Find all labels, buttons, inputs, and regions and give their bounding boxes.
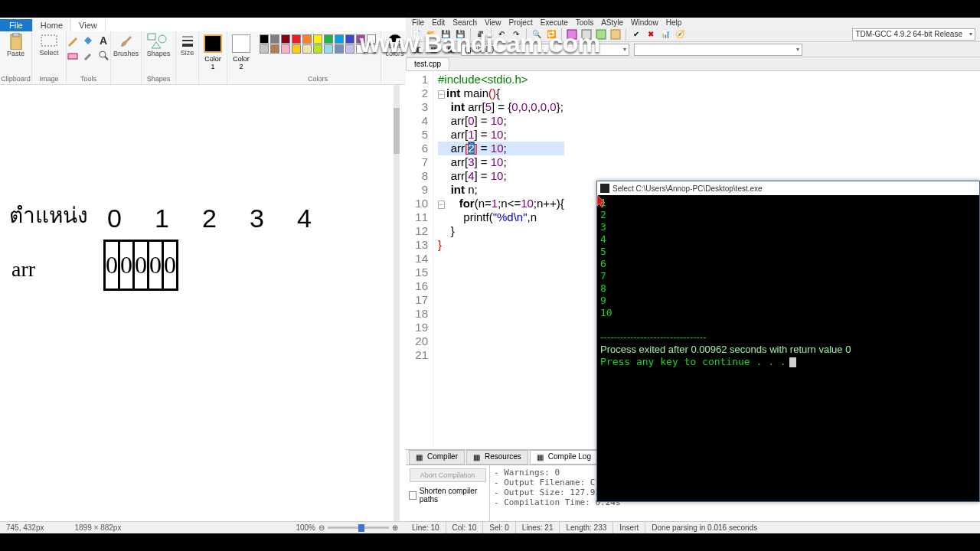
function-select[interactable] <box>634 44 802 56</box>
goto-icon[interactable]: 🧭 <box>674 28 686 41</box>
abort-button[interactable]: Abort Compilation <box>410 468 486 482</box>
paste-button[interactable]: Paste <box>4 33 28 57</box>
tab-file[interactable]: File <box>0 19 33 31</box>
profile-icon[interactable]: 📊 <box>659 28 671 41</box>
color-swatch[interactable] <box>260 44 269 54</box>
brushes-button[interactable]: Brushes <box>114 33 139 57</box>
tab-home[interactable]: Home <box>33 19 71 31</box>
shapes-button[interactable]: Shapes <box>146 33 171 57</box>
color-swatch[interactable] <box>324 34 333 44</box>
svg-rect-4 <box>68 54 77 59</box>
color1-button[interactable]: Color 1 <box>204 33 222 70</box>
new-icon[interactable]: 📄 <box>410 28 423 41</box>
compile-icon[interactable] <box>566 28 578 41</box>
find-icon[interactable]: 🔍 <box>531 28 543 41</box>
svg-line-6 <box>105 57 108 60</box>
compile-run-icon[interactable] <box>595 28 607 41</box>
debug-icon[interactable]: ✔ <box>630 28 642 41</box>
replace-icon[interactable]: 🔁 <box>545 28 557 41</box>
menu-execute[interactable]: Execute <box>541 18 568 27</box>
saveall-icon[interactable]: 💾 <box>454 28 466 41</box>
output-tab-compiler[interactable]: ▦Compiler <box>409 450 465 464</box>
menu-project[interactable]: Project <box>509 18 533 27</box>
menu-astyle[interactable]: AStyle <box>601 18 623 27</box>
color2-button[interactable]: Color 2 <box>232 33 250 70</box>
color-swatch[interactable] <box>292 34 301 44</box>
output-tab-compile-log[interactable]: ▦Compile Log <box>530 450 598 464</box>
color-swatch[interactable] <box>345 34 354 44</box>
eraser-icon[interactable] <box>67 49 80 63</box>
color-swatch[interactable] <box>345 44 354 54</box>
select-label: Select <box>39 49 58 57</box>
status-sel: Sel: 0 <box>483 522 516 533</box>
zoom-out-icon[interactable]: ⊖ <box>318 523 325 532</box>
size-button[interactable]: Size <box>175 33 200 57</box>
menu-help[interactable]: Help <box>666 18 682 27</box>
color-swatch[interactable] <box>335 34 344 44</box>
tab-view[interactable]: View <box>71 19 106 31</box>
group-colors-label: Colors <box>308 75 328 84</box>
color-swatch[interactable] <box>335 44 344 54</box>
color-swatch[interactable] <box>356 44 365 54</box>
color-swatch[interactable] <box>367 44 376 54</box>
vertical-scrollbar[interactable] <box>394 85 400 521</box>
color-swatch[interactable] <box>260 34 269 44</box>
menu-view[interactable]: View <box>485 18 501 27</box>
menu-tools[interactable]: Tools <box>576 18 593 27</box>
pencil-icon[interactable] <box>67 34 80 48</box>
text-icon[interactable]: A <box>97 34 111 48</box>
svg-rect-15 <box>567 30 577 39</box>
toggle1-icon[interactable]: ▦ <box>410 44 423 56</box>
shorten-paths-checkbox[interactable]: Shorten compiler paths <box>409 487 486 504</box>
menu-search[interactable]: Search <box>452 18 477 27</box>
open-icon[interactable]: 📂 <box>425 28 437 41</box>
color-swatch[interactable] <box>313 34 322 44</box>
print-icon[interactable]: 🖶 <box>475 28 487 41</box>
rebuild-icon[interactable] <box>609 28 622 41</box>
select-button[interactable]: Select <box>37 33 61 57</box>
array-cells-table: 00000 <box>103 240 178 291</box>
svg-rect-17 <box>596 30 606 39</box>
compiler-select[interactable]: TDM-GCC 4.9.2 64-bit Release <box>852 28 976 41</box>
output-tab-resources[interactable]: ▦Resources <box>466 450 528 464</box>
console-window[interactable]: Select C:\Users\Annop-PC\Desktop\test.ex… <box>596 181 980 502</box>
color-swatch[interactable] <box>302 44 312 54</box>
zoom-in-icon[interactable]: ⊕ <box>392 523 398 532</box>
color-swatch[interactable] <box>313 44 322 54</box>
color-swatch[interactable] <box>367 34 376 44</box>
color-swatch[interactable] <box>270 34 279 44</box>
toggle3-icon[interactable]: ▦ <box>444 44 456 56</box>
cursor-icon <box>596 194 607 208</box>
cursor-coord: 745, 432px <box>6 523 44 532</box>
stop-icon[interactable]: ✖ <box>645 28 657 41</box>
console-titlebar[interactable]: Select C:\Users\Annop-PC\Desktop\test.ex… <box>597 181 979 195</box>
run-icon[interactable] <box>580 28 593 41</box>
color-swatch[interactable] <box>281 44 290 54</box>
zoom-control[interactable]: 100% ⊖ ⊕ <box>296 523 398 532</box>
tab-testcpp[interactable]: test.cpp <box>406 57 449 70</box>
color-swatches-row2 <box>260 44 376 54</box>
color-swatch[interactable] <box>324 44 333 54</box>
menu-bar: FileEditSearchViewProjectExecuteToolsASt… <box>406 18 980 27</box>
group-tools-label: Tools <box>80 75 96 84</box>
ribbon: Paste Clipboard Select Image A <box>0 31 406 85</box>
menu-edit[interactable]: Edit <box>432 18 445 27</box>
scope-select[interactable]: (globals) <box>461 44 629 56</box>
save-icon[interactable]: 💾 <box>439 28 452 41</box>
undo-icon[interactable]: ↶ <box>495 28 508 41</box>
picker-icon[interactable] <box>82 49 96 63</box>
menu-window[interactable]: Window <box>631 18 658 27</box>
edit-colors-button[interactable]: Edit colors <box>383 33 407 57</box>
color-swatch[interactable] <box>281 34 290 44</box>
toggle2-icon[interactable]: ▦ <box>427 44 439 56</box>
zoom-icon[interactable] <box>97 49 111 63</box>
color-swatch[interactable] <box>270 44 279 54</box>
color-swatch[interactable] <box>302 34 312 44</box>
fill-icon[interactable] <box>82 34 96 48</box>
color-swatch[interactable] <box>292 44 301 54</box>
redo-icon[interactable]: ↷ <box>510 28 522 41</box>
paint-canvas[interactable]: ตำแหน่ง arr 01234 00000 <box>0 85 400 521</box>
menu-file[interactable]: File <box>412 18 424 27</box>
color-swatch[interactable] <box>356 34 365 44</box>
paint-statusbar: 745, 432px 1899 × 882px 100% ⊖ ⊕ <box>0 521 406 533</box>
